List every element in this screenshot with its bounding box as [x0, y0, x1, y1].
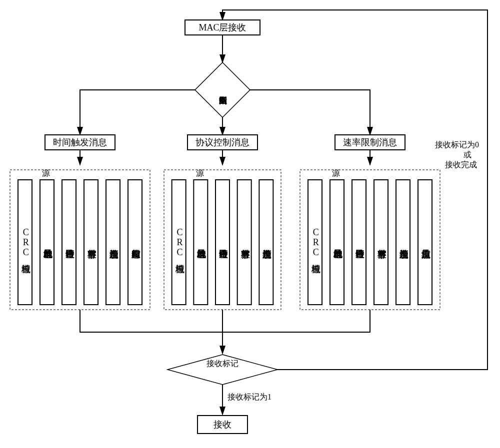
check-col-box [238, 180, 252, 305]
recv-label: 接收 [214, 420, 232, 430]
branch-left-label: 时间触发消息 [53, 137, 107, 147]
check-col-box [418, 180, 432, 305]
check-col-box [194, 180, 208, 305]
check-col-box [84, 180, 98, 305]
check-col-box [374, 180, 388, 305]
recv-mark-1-label: 接收标记为1 [228, 393, 272, 401]
check-col-box [352, 180, 366, 305]
check-col-box [259, 180, 273, 305]
checks-cols-mid: CRC域检查地址及目的地址检查虚链路号检查字节对齐检查消息长度检查 [172, 180, 274, 305]
check-col-box [396, 180, 410, 305]
check-col-box [62, 180, 76, 305]
edge-to-right [250, 90, 370, 135]
type-decision-diamond [195, 62, 250, 117]
feedback-note-3: 接收完成 [445, 160, 477, 169]
check-col-box [216, 180, 230, 305]
check-col-box [128, 180, 142, 305]
edge-to-left [80, 90, 195, 135]
check-col-box [106, 180, 120, 305]
checks-cols-left: CRC域检查地址及目的地址检查虚链路号检查字节对齐检查消息长度检查时间信息检查 [18, 180, 142, 305]
recv-mark-label: 接收标记 [200, 359, 245, 369]
branch-mid-label: 协议控制消息 [196, 137, 250, 147]
group-mid-label: 源 [196, 169, 204, 177]
merge-rail [80, 310, 370, 332]
branch-right-label: 速率限制消息 [343, 137, 397, 147]
feedback-note-1: 接收标记为0 [435, 140, 479, 149]
flowchart-diagram: MAC层接收 依据类型域判断 时间触发消息 协议控制消息 速率限制消息 接收标记… [0, 0, 500, 448]
mac-label: MAC层接收 [198, 22, 246, 32]
group-right-label: 源 [332, 169, 340, 177]
check-col-box [40, 180, 54, 305]
feedback-note-2: 或 [464, 150, 472, 159]
group-left-label: 源 [42, 169, 50, 177]
check-col-box [330, 180, 344, 305]
checks-cols-right: CRC域检查地址及目的地址检查虚链路号检查字节对齐检查消息长度检查流量信息检查 [308, 180, 432, 305]
